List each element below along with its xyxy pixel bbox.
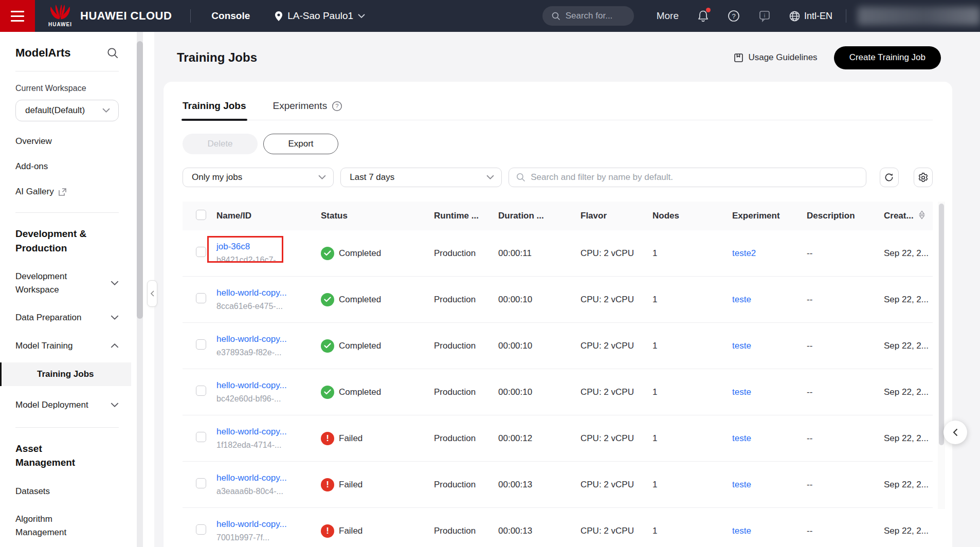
column-header-status[interactable]: Status <box>304 211 417 221</box>
experiment-link[interactable]: teste <box>732 526 751 536</box>
column-header-flavor[interactable]: Flavor <box>564 211 636 221</box>
job-name-link[interactable]: hello-world-copy... <box>216 288 287 298</box>
sidebar-item-algorithm-management[interactable]: Algorithm Management <box>15 513 119 539</box>
job-name-link[interactable]: hello-world-copy... <box>216 473 287 483</box>
runtime-cell: Production <box>417 248 481 259</box>
sort-icon[interactable] <box>919 210 925 222</box>
experiment-link[interactable]: teste <box>732 341 751 351</box>
account-redacted[interactable] <box>858 7 980 25</box>
name-id-cell: hello-world-copy...7001b997-7f... <box>216 519 304 542</box>
help-button[interactable]: ? <box>728 10 740 22</box>
status-success-icon <box>321 386 334 399</box>
row-checkbox[interactable] <box>196 386 206 396</box>
sidebar-item-development-workspace[interactable]: Development Workspace <box>15 270 119 296</box>
scrollbar-thumb[interactable] <box>137 41 143 319</box>
sidebar-item-overview[interactable]: Overview <box>15 136 119 147</box>
column-label: Status <box>321 211 348 221</box>
duration-cell: 00:00:13 <box>481 526 564 536</box>
experiment-link[interactable]: teste <box>732 295 751 304</box>
sidebar-item-data-preparation[interactable]: Data Preparation <box>15 311 119 324</box>
column-header-nodes[interactable]: Nodes <box>636 211 715 221</box>
column-header-name[interactable]: Name/ID <box>216 211 304 221</box>
row-checkbox[interactable] <box>196 339 206 350</box>
huawei-logo[interactable]: HUAWEI <box>48 5 72 27</box>
table-settings-button[interactable] <box>914 168 933 187</box>
workspace-value: default(Default) <box>25 105 85 116</box>
help-circle-icon[interactable]: ? <box>332 101 342 112</box>
table-body: job-36c8b8421cd2-16c7-...CompletedProduc… <box>183 230 933 547</box>
description-cell: -- <box>790 526 867 536</box>
nodes-cell: 1 <box>636 341 715 351</box>
tab-training-jobs[interactable]: Training Jobs <box>183 100 246 120</box>
column-header-runtime[interactable]: Runtime ... <box>417 211 481 221</box>
column-header-duration[interactable]: Duration ... <box>481 211 564 221</box>
sidebar-item-add-ons[interactable]: Add-ons <box>15 161 119 172</box>
table-row: hello-world-copy...a3eaaa6b-80c4-...!Fai… <box>183 462 933 508</box>
tab-experiments[interactable]: Experiments ? <box>273 100 343 120</box>
nodes-cell: 1 <box>636 526 715 536</box>
job-name-link[interactable]: job-36c8 <box>216 242 250 251</box>
more-menu[interactable]: More <box>657 10 679 22</box>
sidebar-item-model-deployment[interactable]: Model Deployment <box>15 398 119 412</box>
sidebar-collapse-handle[interactable] <box>147 280 157 307</box>
column-label: Creat... <box>884 211 914 221</box>
status-failed-icon: ! <box>321 432 334 445</box>
job-name-link[interactable]: hello-world-copy... <box>216 519 287 529</box>
usage-guidelines-icon <box>734 53 743 63</box>
feedback-button[interactable]: i <box>758 10 771 22</box>
job-name-link[interactable]: hello-world-copy... <box>216 380 287 390</box>
create-training-job-button[interactable]: Create Training Job <box>834 46 941 69</box>
export-button[interactable]: Export <box>263 134 338 154</box>
tab-label: Experiments <box>273 100 328 112</box>
delete-button[interactable]: Delete <box>183 134 258 154</box>
sidebar-search-icon[interactable] <box>107 47 119 59</box>
status-label: Completed <box>339 248 381 259</box>
table-row: hello-world-copy...7001b997-7f...!Failed… <box>183 508 933 547</box>
experiment-link[interactable]: teste <box>732 433 751 443</box>
console-link[interactable]: Console <box>211 10 250 22</box>
global-search-input[interactable]: Search for... <box>542 6 634 26</box>
select-all-checkbox[interactable] <box>196 210 206 220</box>
main-content: Training Jobs Usage Guidelines Create Tr… <box>154 32 980 547</box>
notifications-button[interactable] <box>697 10 709 22</box>
svg-text:?: ? <box>732 12 735 20</box>
table-search <box>509 168 866 187</box>
table-scrollbar-thumb[interactable] <box>939 204 944 445</box>
name-id-cell: hello-world-copy...8cca61e6-e475-... <box>216 288 304 311</box>
sidebar-item-model-training[interactable]: Model Training <box>15 339 119 353</box>
experiment-link[interactable]: teste <box>732 387 751 397</box>
column-header-description[interactable]: Description <box>790 211 867 221</box>
status-failed-icon: ! <box>321 478 334 491</box>
time-filter-select[interactable]: Last 7 days <box>340 168 502 187</box>
panel-collapse-button[interactable] <box>943 421 967 444</box>
column-label: Name/ID <box>216 211 251 221</box>
column-label: Nodes <box>652 211 679 221</box>
row-checkbox[interactable] <box>196 432 206 442</box>
status-cell: !Failed <box>304 432 417 445</box>
row-checkbox[interactable] <box>196 478 206 488</box>
refresh-button[interactable] <box>880 168 899 187</box>
status-success-icon <box>321 339 334 353</box>
job-name-link[interactable]: hello-world-copy... <box>216 334 287 344</box>
sidebar-item-ai-gallery[interactable]: AI Gallery <box>15 187 119 197</box>
section-title-asset-management: Asset Management <box>15 442 93 470</box>
usage-guidelines-link[interactable]: Usage Guidelines <box>734 52 817 63</box>
experiment-link[interactable]: teste2 <box>732 248 756 258</box>
nodes-cell: 1 <box>636 480 715 490</box>
experiment-link[interactable]: teste <box>732 480 751 489</box>
region-selector[interactable]: LA-Sao Paulo1 <box>275 10 365 22</box>
row-checkbox[interactable] <box>196 293 206 303</box>
job-id: e37893a9-f82e-... <box>216 348 304 357</box>
row-checkbox[interactable] <box>196 524 206 535</box>
workspace-select[interactable]: default(Default) <box>15 100 119 121</box>
status-label: Failed <box>339 480 362 490</box>
row-checkbox[interactable] <box>196 247 206 257</box>
table-search-input[interactable] <box>531 172 858 183</box>
job-name-link[interactable]: hello-world-copy... <box>216 427 287 436</box>
sidebar-item-datasets[interactable]: Datasets <box>15 485 119 498</box>
column-header-experiment[interactable]: Experiment <box>715 211 790 221</box>
hamburger-menu-icon[interactable] <box>0 0 35 32</box>
language-selector[interactable]: Intl-EN <box>789 11 832 22</box>
jobs-filter-select[interactable]: Only my jobs <box>183 168 334 187</box>
sidebar-item-training-jobs-active[interactable]: Training Jobs <box>0 362 131 386</box>
